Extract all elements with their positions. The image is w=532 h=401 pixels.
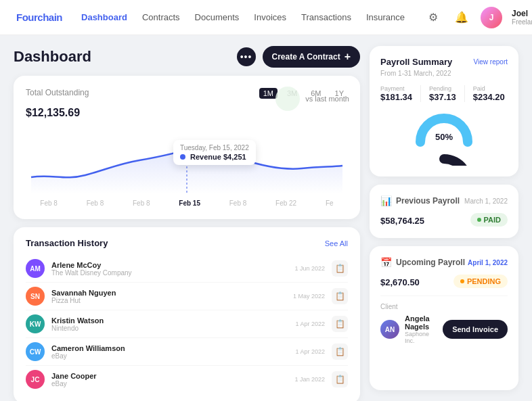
username: Joel bbox=[512, 9, 532, 18]
paid-value: $234.20 bbox=[473, 92, 505, 102]
view-report-link[interactable]: View report bbox=[474, 58, 508, 66]
tooltip-dot bbox=[180, 154, 185, 160]
pending-label: Pending bbox=[429, 85, 456, 92]
upcoming-header: 📅 Upcoming Payroll April 1, 2022 bbox=[380, 257, 508, 268]
table-row: AM Arlene McCoy The Walt Disney Company … bbox=[26, 255, 348, 283]
x-label-0: Feb 8 bbox=[40, 199, 58, 207]
tooltip-amount: $4,251 bbox=[223, 153, 246, 161]
upcoming-date: April 1, 2022 bbox=[468, 259, 508, 266]
tx-info: Cameron Williamson eBay bbox=[51, 344, 288, 360]
left-panel: Dashboard ••• Create A Contract + Total … bbox=[14, 46, 360, 390]
upcoming-amount-row: $2,670.50 PENDING bbox=[380, 273, 508, 289]
payment-value: $181.34 bbox=[380, 92, 412, 102]
tx-action-icon[interactable]: 📋 bbox=[332, 344, 348, 360]
paid-stat: Paid $234.20 bbox=[473, 85, 505, 102]
tx-meta: 1 May 2022 bbox=[293, 293, 325, 300]
transaction-header: Transaction History See All bbox=[26, 238, 348, 248]
prev-left: 📊 Previous Payroll bbox=[380, 195, 460, 206]
tooltip-date: Tuesday, Feb 15, 2022 bbox=[180, 144, 249, 151]
bubble-circle bbox=[275, 87, 300, 111]
x-label-3: Feb 15 bbox=[179, 199, 200, 207]
prev-title: Previous Payroll bbox=[396, 196, 460, 206]
payroll-stats: Payment $181.34 Pending $37.13 Paid $234… bbox=[380, 85, 508, 102]
app-container: Fourchain Dashboard Contracts Documents … bbox=[0, 0, 532, 401]
amount-cents: .69 bbox=[65, 107, 80, 118]
nav-invoices[interactable]: Invoices bbox=[254, 12, 286, 22]
amount-main: $12,135 bbox=[26, 107, 65, 118]
pending-dot bbox=[460, 279, 464, 283]
table-row: JC Jane Cooper eBay 1 Jan 2022 📋 bbox=[26, 366, 348, 393]
more-options-button[interactable]: ••• bbox=[237, 47, 256, 66]
tx-action-icon[interactable]: 📋 bbox=[332, 316, 348, 332]
see-all-link[interactable]: See All bbox=[325, 239, 348, 247]
tx-name: Arlene McCoy bbox=[51, 261, 288, 269]
pending-value: $37.13 bbox=[429, 92, 456, 102]
avatar: CW bbox=[26, 342, 45, 361]
tx-action-icon[interactable]: 📋 bbox=[332, 260, 348, 277]
paid-badge: PAID bbox=[470, 213, 508, 227]
tx-meta: 1 Apr 2022 bbox=[295, 348, 325, 355]
transaction-title: Transaction History bbox=[26, 238, 108, 248]
previous-payroll-card: 📊 Previous Payroll March 1, 2022 $58,764… bbox=[370, 185, 518, 238]
tx-name: Savannah Nguyen bbox=[51, 289, 286, 297]
logo-prefix: Four bbox=[16, 11, 37, 23]
nav-documents[interactable]: Documents bbox=[195, 12, 240, 22]
x-label-2: Feb 8 bbox=[133, 199, 150, 207]
client-info: Angela Nagels Saphone Inc. bbox=[405, 314, 437, 344]
tx-action-icon[interactable]: 📋 bbox=[332, 288, 348, 304]
tooltip-type: Revenue bbox=[190, 153, 221, 161]
upcoming-title: Upcoming Payroll bbox=[396, 258, 465, 267]
upcoming-amount-main: $2,670 bbox=[380, 277, 407, 287]
tx-date: 1 Jan 2022 bbox=[294, 376, 325, 383]
page-title: Dashboard bbox=[14, 48, 91, 66]
chart-amount: $12,135.69 bbox=[26, 100, 89, 121]
tx-info: Kristin Watson Nintendo bbox=[51, 316, 288, 332]
nav-transactions[interactable]: Transactions bbox=[301, 12, 351, 22]
table-row: CW Cameron Williamson eBay 1 Apr 2022 📋 bbox=[26, 338, 348, 366]
chart-info: Total Outstanding $12,135.69 bbox=[26, 88, 89, 121]
plus-icon: + bbox=[345, 51, 351, 63]
client-name: Angela Nagels bbox=[405, 314, 437, 331]
right-panel: Payroll Summary View report From 1-31 Ma… bbox=[370, 46, 518, 390]
prev-amount-row: $58,764.25 PAID bbox=[380, 212, 508, 227]
tx-company: eBay bbox=[51, 380, 288, 387]
paid-status: PAID bbox=[484, 216, 501, 224]
paid-label: Paid bbox=[473, 85, 505, 92]
settings-icon[interactable]: ⚙ bbox=[424, 8, 443, 27]
tab-1m[interactable]: 1M bbox=[259, 88, 278, 99]
upcoming-amount: $2,670.50 bbox=[380, 273, 420, 289]
prev-header: 📊 Previous Payroll March 1, 2022 bbox=[380, 195, 508, 206]
nav-insurance[interactable]: Insurance bbox=[366, 12, 405, 22]
table-row: KW Kristin Watson Nintendo 1 Apr 2022 📋 bbox=[26, 310, 348, 338]
user-role: Freelancer bbox=[512, 18, 532, 26]
nav-contracts[interactable]: Contracts bbox=[142, 12, 180, 22]
upcoming-amount-cents: .50 bbox=[407, 277, 420, 287]
tx-company: Nintendo bbox=[51, 325, 288, 332]
tx-meta: 1 Apr 2022 bbox=[295, 321, 325, 327]
x-label-4: Feb 8 bbox=[229, 199, 247, 207]
bell-icon[interactable]: 🔔 bbox=[452, 8, 471, 27]
comparison-text: vs last month bbox=[305, 95, 349, 103]
main-content: Dashboard ••• Create A Contract + Total … bbox=[0, 35, 532, 401]
avatar: KW bbox=[26, 314, 45, 333]
table-row: SN Savannah Nguyen Pizza Hut 1 May 2022 … bbox=[26, 283, 348, 310]
x-label-5: Feb 22 bbox=[275, 199, 296, 207]
chart-header: Total Outstanding $12,135.69 1M 3M 6M 1Y bbox=[26, 88, 348, 121]
prev-amount: $58,764.25 bbox=[380, 212, 424, 227]
send-invoice-button[interactable]: Send Invoice bbox=[443, 320, 508, 339]
dashboard-actions: ••• Create A Contract + bbox=[237, 46, 360, 68]
tx-name: Jane Cooper bbox=[51, 372, 288, 380]
tx-action-icon[interactable]: 📋 bbox=[332, 371, 348, 387]
chart-title: Total Outstanding bbox=[26, 88, 89, 97]
transaction-card: Transaction History See All AM Arlene Mc… bbox=[14, 227, 360, 401]
create-contract-button[interactable]: Create A Contract + bbox=[263, 46, 360, 68]
client-label: Client bbox=[380, 303, 508, 310]
logo-highlight: chain bbox=[37, 11, 62, 23]
chart-card: Total Outstanding $12,135.69 1M 3M 6M 1Y bbox=[14, 76, 360, 219]
avatar: J bbox=[481, 7, 502, 28]
tx-company: Pizza Hut bbox=[51, 297, 286, 304]
tooltip-value: Revenue $4,251 bbox=[180, 153, 249, 161]
payroll-header: Payroll Summary View report bbox=[380, 57, 508, 67]
payroll-period: From 1-31 March, 2022 bbox=[380, 70, 508, 77]
nav-dashboard[interactable]: Dashboard bbox=[81, 12, 127, 22]
